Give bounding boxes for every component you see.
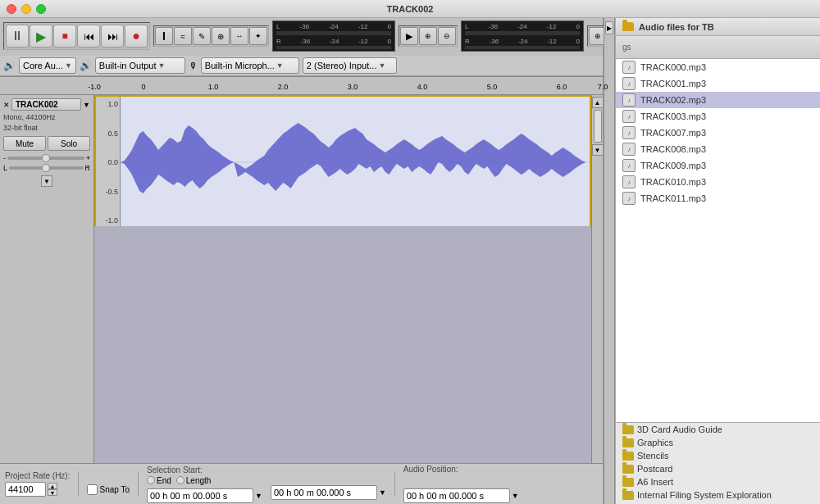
stop-button[interactable]: ■: [53, 25, 76, 48]
file-item-6[interactable]: ♪TRACK009.mp3: [616, 157, 820, 174]
input-arrow: ▼: [276, 61, 284, 70]
minimize-button[interactable]: [21, 4, 31, 14]
ruler-tick-4: 4.0: [417, 83, 428, 91]
y-label-neg05: -0.5: [98, 188, 118, 196]
move-tool[interactable]: ↔: [230, 27, 248, 45]
file-item-1[interactable]: ♪TRACK001.mp3: [616, 75, 820, 92]
file-item-3[interactable]: ♪TRACK003.mp3: [616, 108, 820, 125]
snap-to-label[interactable]: Snap To: [87, 484, 130, 495]
finder-item-label-0: 3D Card Audio Guide: [637, 425, 722, 434]
finder-folder-icon-4: [622, 478, 634, 487]
close-button[interactable]: [7, 4, 16, 14]
snap-to-checkbox[interactable]: [87, 484, 98, 495]
solo-button[interactable]: Solo: [48, 136, 90, 151]
scroll-down-arrow[interactable]: ▼: [592, 144, 604, 156]
finder-item-4[interactable]: A6 Insert: [616, 475, 820, 488]
track-close-btn[interactable]: ✕: [3, 101, 10, 109]
scroll-bar-thumb[interactable]: [594, 110, 602, 143]
core-audio-select[interactable]: Core Au... ▼: [19, 57, 76, 74]
audio-position-input[interactable]: [403, 488, 510, 503]
selection-start-input[interactable]: [147, 488, 253, 503]
finder-item-5[interactable]: Internal Filing System Exploration: [616, 488, 820, 502]
track-expand-arrow[interactable]: ▼: [83, 101, 90, 109]
file-name-0: TRACK000.mp3: [640, 62, 706, 72]
position-arrow[interactable]: ▼: [512, 492, 519, 500]
audio-file-icon-6: ♪: [622, 159, 636, 172]
finder-item-0[interactable]: 3D Card Audio Guide: [616, 423, 820, 436]
finder-item-1[interactable]: Graphics: [616, 436, 820, 449]
ruler-tick-5: 5.0: [487, 83, 498, 91]
output-select[interactable]: Built-in Output ▼: [95, 57, 185, 74]
file-item-8[interactable]: ♪TRACK011.mp3: [616, 190, 820, 207]
core-audio-arrow: ▼: [65, 61, 72, 70]
project-rate-input[interactable]: [5, 482, 46, 497]
gain-minus: -: [3, 154, 6, 162]
ruler-tick-neg1: -1.0: [88, 83, 101, 91]
ruler-tick-0: 0: [141, 83, 145, 91]
play-button[interactable]: ▶: [30, 25, 52, 48]
gain-slider[interactable]: [42, 154, 50, 162]
finder-folder-icon-2: [622, 452, 634, 461]
multi-tool[interactable]: ✦: [249, 27, 267, 45]
finder-item-label-3: Postcard: [637, 464, 672, 474]
start-arrow[interactable]: ▼: [255, 492, 262, 500]
maximize-button[interactable]: [36, 4, 46, 14]
track-name-button[interactable]: TRACK002: [11, 98, 81, 111]
file-item-0[interactable]: ♪TRACK000.mp3: [616, 59, 820, 75]
meter-tick-0-l: 0: [388, 23, 391, 30]
pause-button[interactable]: ⏸: [6, 25, 29, 48]
audio-file-icon-5: ♪: [622, 143, 636, 156]
y-label-neg1: -1.0: [98, 216, 118, 225]
pan-right: R: [85, 164, 91, 172]
playback-zoom-in[interactable]: ⊕: [419, 27, 437, 45]
zoom-tool[interactable]: ⊕: [212, 27, 230, 45]
record-button[interactable]: ●: [125, 25, 148, 48]
scroll-up-arrow[interactable]: ▲: [592, 97, 604, 108]
mic-icon: 🎙: [189, 61, 198, 70]
end-length-input[interactable]: [271, 485, 377, 500]
end-arrow[interactable]: ▼: [379, 488, 386, 497]
finder-item-2[interactable]: Stencils: [616, 449, 820, 462]
mute-button[interactable]: Mute: [3, 136, 46, 151]
finder-folder-icon-0: [622, 425, 634, 434]
title-bar: TRACK002: [0, 0, 820, 18]
input-select[interactable]: Built-in Microph... ▼: [201, 57, 299, 74]
collapse-arrow[interactable]: ▶: [605, 21, 613, 34]
audio-file-icon-0: ♪: [622, 61, 636, 74]
draw-tool[interactable]: ✎: [193, 27, 211, 45]
skip-fwd-button[interactable]: ⏭: [101, 25, 124, 48]
envelope-tool[interactable]: ≈: [174, 27, 192, 45]
file-item-4[interactable]: ♪TRACK007.mp3: [616, 125, 820, 141]
length-radio[interactable]: Length: [176, 476, 212, 485]
pan-left: L: [3, 164, 7, 172]
track-scroll-down[interactable]: ▼: [41, 175, 52, 187]
file-browser-title-bar: Audio files for TB: [616, 18, 820, 36]
cursor-tool[interactable]: I: [155, 27, 173, 45]
y-label-1: 1.0: [98, 100, 118, 108]
finder-item-label-1: Graphics: [637, 438, 673, 447]
finder-item-3[interactable]: Postcard: [616, 462, 820, 475]
output-arrow: ▼: [158, 61, 166, 70]
channels-arrow: ▼: [378, 61, 385, 70]
finder-item-label-4: A6 Insert: [637, 477, 673, 487]
file-name-4: TRACK007.mp3: [640, 128, 706, 138]
file-item-5[interactable]: ♪TRACK008.mp3: [616, 141, 820, 157]
skip-back-button[interactable]: ⏮: [77, 25, 100, 48]
ruler-tick-1: 1.0: [208, 83, 219, 91]
y-label-05: 0.5: [98, 129, 118, 138]
end-radio[interactable]: End: [147, 476, 171, 485]
project-rate-label: Project Rate (Hz):: [5, 471, 70, 480]
audio-position-section: Audio Position: ▼: [403, 465, 519, 503]
audio-file-icon-1: ♪: [622, 77, 636, 90]
rate-spin-down[interactable]: ▼: [48, 489, 57, 496]
file-item-2[interactable]: ♪TRACK002.mp3: [616, 92, 820, 108]
channels-select[interactable]: 2 (Stereo) Input... ▼: [303, 57, 397, 74]
file-item-7[interactable]: ♪TRACK010.mp3: [616, 174, 820, 190]
window-title: TRACK002: [387, 4, 434, 14]
pan-slider[interactable]: [42, 164, 50, 172]
play-at-speed-tool[interactable]: ▶: [400, 27, 418, 45]
rate-spin-up[interactable]: ▲: [48, 483, 57, 489]
playback-zoom-out[interactable]: ⊖: [438, 27, 456, 45]
file-name-7: TRACK010.mp3: [640, 177, 706, 187]
meter-l-label: L: [276, 23, 280, 30]
